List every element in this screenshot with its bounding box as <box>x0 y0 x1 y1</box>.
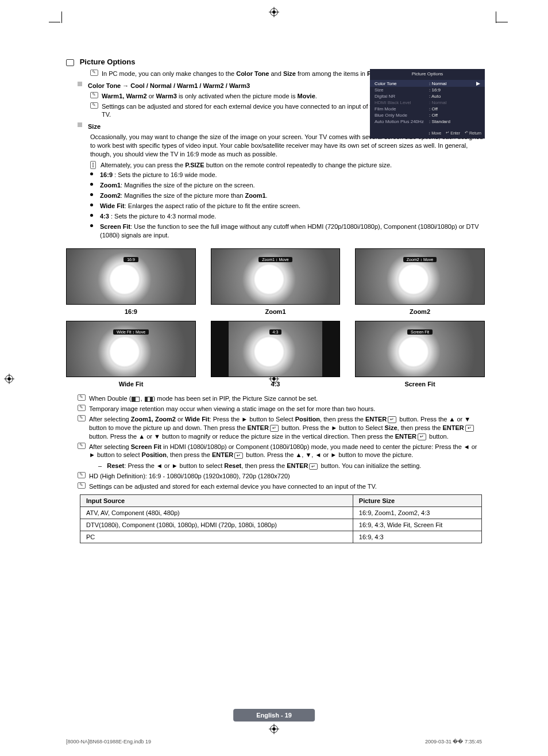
thumbnail: Zoom2 ↕ MoveZoom2 <box>355 248 485 315</box>
note-line: Settings can be adjusted and stored for … <box>78 482 485 491</box>
remote-tip: Alternately, you can press the P.SIZE bu… <box>90 161 485 170</box>
note-icon <box>78 443 86 449</box>
bullet-icon <box>90 214 93 217</box>
enter-icon: ↵ <box>465 425 474 432</box>
note-icon <box>78 482 86 489</box>
svg-point-3 <box>272 10 275 13</box>
osd-menu-item: Size: 16:9 <box>370 87 485 93</box>
thumbnail-image: Zoom2 ↕ Move <box>355 248 485 305</box>
osd-menu-item: Film Mode: Off <box>370 106 485 112</box>
doc-footer: [8000-NA]BN68-01988E-Eng.indb 19 2009-03… <box>0 739 548 745</box>
book-icon <box>66 59 74 66</box>
pip-triple-icon <box>145 397 153 402</box>
registration-mark-icon <box>269 724 279 734</box>
thumbnail-badge: Zoom1 ↕ Move <box>258 257 292 262</box>
section-heading: Picture Options <box>66 57 485 66</box>
th-input-source: Input Source <box>80 494 353 506</box>
square-bullet-icon <box>78 122 82 127</box>
note-line: After selecting Screen Fit in HDMI (1080… <box>78 443 485 471</box>
note-icon <box>90 70 98 76</box>
osd-menu-item: Digital NR: Auto <box>370 93 485 99</box>
table-row: PC16:9, 4:3 <box>80 531 482 543</box>
source-table: Input Source Picture Size ATV, AV, Compo… <box>80 494 482 543</box>
thumbnail: 4:34:3 <box>211 321 341 387</box>
list-item: Zoom1: Magnifies the size of the picture… <box>90 181 485 190</box>
note-icon <box>90 92 98 98</box>
enter-icon: ↵ <box>270 425 279 432</box>
osd-menu-item: HDMI Black Level: Normal <box>370 99 485 106</box>
osd-menu-item: Blue Only Mode: Off <box>370 112 485 118</box>
svg-point-15 <box>272 727 275 730</box>
pip-double-icon <box>132 397 140 402</box>
doc-timestamp: 2009-03-31 �� 7:35:45 <box>425 739 482 745</box>
note-icon <box>78 472 86 478</box>
note-icon <box>90 102 98 109</box>
note-line: HD (High Definition): 16:9 - 1080i/1080p… <box>78 472 485 481</box>
bullet-icon <box>90 193 93 196</box>
list-item: Screen Fit: Use the function to see the … <box>90 222 485 240</box>
note-line: Temporary image retention may occur when… <box>78 405 485 413</box>
thumbnail-badge: Screen Fit <box>407 329 433 335</box>
table-row: DTV(1080i), Component (1080i, 1080p), HD… <box>80 519 482 531</box>
osd-footer-key: ↕Move <box>429 131 442 135</box>
thumbnail-grid: 16:916:9Zoom1 ↕ MoveZoom1Zoom2 ↕ MoveZoo… <box>66 248 485 387</box>
thumbnail-caption: Zoom2 <box>410 308 430 315</box>
list-item: 4:3 : Sets the picture to 4:3 normal mod… <box>90 212 485 221</box>
list-item: 16:9 : Sets the picture to 16:9 wide mod… <box>90 171 485 179</box>
osd-menu-item: Auto Motion Plus 240Hz: Standard <box>370 118 485 125</box>
osd-menu-panel: Picture Options Color Tone: Normal▶Size:… <box>370 69 485 139</box>
thumbnail-caption: Wide Fit <box>119 381 144 387</box>
table-row: ATV, AV, Component (480i, 480p)16:9, Zoo… <box>80 506 482 519</box>
bullet-icon <box>90 172 93 175</box>
thumbnail-image: Zoom1 ↕ Move <box>211 248 341 305</box>
osd-footer-key: ↶Return <box>465 131 481 135</box>
thumbnail-badge: Wide Fit ↕ Move <box>113 329 149 335</box>
doc-id: [8000-NA]BN68-01988E-Eng.indb 19 <box>66 739 151 745</box>
osd-footer-key: ↵Enter <box>446 131 460 135</box>
thumbnail-caption: 4:3 <box>271 381 280 387</box>
note-line: When Double (, ) mode has been set in PI… <box>78 394 485 403</box>
svg-point-7 <box>7 377 10 380</box>
bullet-icon <box>90 183 93 186</box>
osd-menu-title: Picture Options <box>370 69 485 80</box>
thumbnail-caption: 16:9 <box>125 308 137 315</box>
note-line: After selecting Zoom1, Zoom2 or Wide Fit… <box>78 415 485 441</box>
remote-icon <box>90 161 96 169</box>
thumbnail-badge: Zoom2 ↕ Move <box>403 257 437 262</box>
list-item: Wide Fit: Enlarges the aspect ratio of t… <box>90 202 485 210</box>
thumbnail-image: 4:3 <box>211 321 341 377</box>
enter-icon: ↵ <box>418 433 426 440</box>
square-bullet-icon <box>78 82 82 86</box>
bullet-icon <box>90 224 93 227</box>
enter-icon: ↵ <box>234 452 243 459</box>
thumbnail-image: Wide Fit ↕ Move <box>66 321 196 377</box>
registration-mark-icon <box>4 374 14 384</box>
thumbnail-badge: 4:3 <box>269 329 282 335</box>
thumbnail-image: 16:9 <box>66 248 196 305</box>
thumbnail-caption: Screen Fit <box>404 381 435 387</box>
note-icon <box>78 415 86 421</box>
note-icon <box>78 394 86 401</box>
enter-icon: ↵ <box>309 463 318 470</box>
list-item: Zoom2: Magnifies the size of the picture… <box>90 191 485 200</box>
thumbnail: Screen FitScreen Fit <box>355 321 485 387</box>
page-number-badge: English - 19 <box>233 709 315 722</box>
note-icon <box>78 405 86 411</box>
thumbnail-caption: Zoom1 <box>265 308 285 315</box>
thumbnail: Zoom1 ↕ MoveZoom1 <box>211 248 341 315</box>
bullet-icon <box>90 204 93 206</box>
osd-menu-item: Color Tone: Normal▶ <box>370 80 485 87</box>
th-picture-size: Picture Size <box>353 494 481 506</box>
thumbnail: 16:916:9 <box>66 248 196 315</box>
enter-icon: ↵ <box>388 416 396 423</box>
thumbnail: Wide Fit ↕ MoveWide Fit <box>66 321 196 387</box>
thumbnail-image: Screen Fit <box>355 321 485 377</box>
registration-mark-icon <box>269 7 279 17</box>
thumbnail-badge: 16:9 <box>124 257 138 262</box>
